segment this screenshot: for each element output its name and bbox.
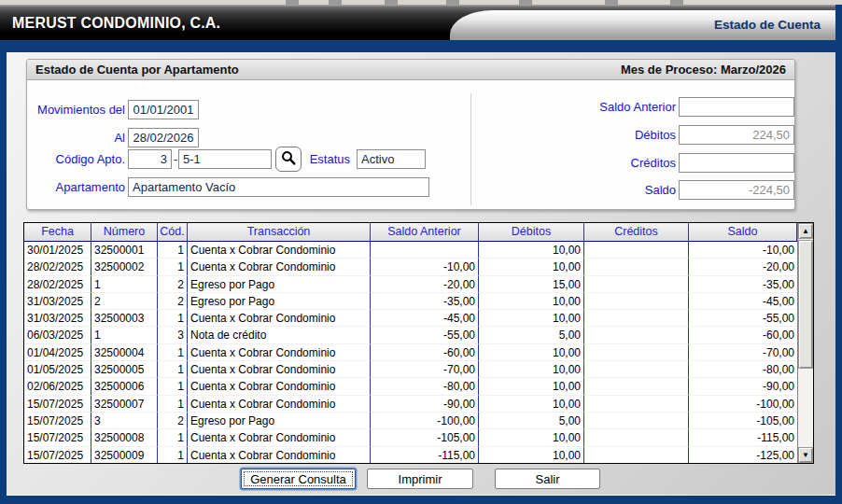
table-cell [584,447,689,463]
app-title: MERUST CONDOMINIO, C.A. [12,5,220,40]
table-cell: 1 [91,276,158,293]
content-area: Estado de Cuenta por Apartamento Mes de … [7,52,835,496]
table-cell: Nota de crédito [188,327,371,343]
table-cell [584,396,689,413]
salir-button[interactable]: Salir [495,469,600,489]
table-row[interactable]: 01/05/2025325000051Cuenta x Cobrar Condo… [24,361,797,378]
table-cell: 10,00 [479,447,584,463]
process-month-label: Mes de Proceso: Marzo/2026 [621,60,786,80]
movimientos-del-label: Movimientos del [27,100,125,119]
table-cell: -115,00 [371,447,479,463]
table-cell: Egreso por Pago [188,276,371,293]
estatus-label: Estatus [285,149,350,169]
table-cell: 32500001 [91,242,158,259]
table-row[interactable]: 01/04/2025325000041Cuenta x Cobrar Condo… [24,344,797,361]
scrollbar-thumb[interactable] [798,240,813,369]
table-cell: -105,00 [689,413,797,429]
saldo-anterior-label: Saldo Anterior [550,97,676,117]
table-row[interactable]: 31/03/202522Egreso por Pago-35,0010,00-4… [24,293,797,310]
table-cell: 32500008 [91,429,158,446]
table-cell: -100,00 [689,396,797,413]
table-cell: -115,00 [689,429,797,446]
table-row[interactable]: 15/07/202532Egreso por Pago-100,005,00-1… [24,413,797,429]
table-row[interactable]: 28/02/2025325000021Cuenta x Cobrar Condo… [24,259,797,275]
transactions-table: FechaNúmeroCód.TransacciónSaldo Anterior… [23,222,814,464]
codigo-apto-code-input[interactable] [178,149,272,169]
table-row[interactable]: 30/01/2025325000011Cuenta x Cobrar Condo… [24,242,797,259]
table-cell: 2 [158,293,188,310]
table-cell: 10,00 [479,378,584,395]
table-cell: 10,00 [479,242,584,259]
column-header: Débitos [479,223,584,241]
table-row[interactable]: 31/03/2025325000031Cuenta x Cobrar Condo… [24,310,797,327]
table-cell: -55,00 [689,310,797,327]
table-body: 30/01/2025325000011Cuenta x Cobrar Condo… [24,242,797,463]
table-cell: 31/03/2025 [24,310,91,327]
apartamento-input[interactable] [128,177,429,197]
table-row[interactable]: 06/03/202513Nota de crédito-55,005,00-60… [24,327,797,343]
table-cell: Cuenta x Cobrar Condominio [188,361,371,378]
table-cell: 30/01/2025 [24,242,91,259]
table-cell [584,327,689,343]
imprimir-button[interactable]: Imprimir [367,469,473,489]
saldo-anterior-input[interactable] [679,97,794,117]
codigo-apto-label: Código Apto. [27,149,125,169]
table-cell: -90,00 [371,396,479,413]
table-cell: -90,00 [689,378,797,395]
saldo-input[interactable] [679,180,794,200]
creditos-input[interactable] [679,153,794,173]
groupbox-header: Estado de Cuenta por Apartamento Mes de … [27,60,794,80]
table-cell [584,378,689,395]
table-cell [584,361,689,378]
table-cell: Cuenta x Cobrar Condominio [188,447,371,463]
scrollbar-up-button[interactable]: ▲ [798,223,813,239]
table-cell: -70,00 [371,361,479,378]
table-cell: 32500004 [91,344,158,361]
table-cell: -80,00 [689,361,797,378]
debitos-input[interactable] [679,125,794,145]
table-cell: 1 [158,310,188,327]
table-cell: 15/07/2025 [24,429,91,446]
table-cell: 1 [158,447,188,463]
table-cell: -100,00 [371,413,479,429]
table-cell: 15/07/2025 [24,396,91,413]
app-window: MERUST CONDOMINIO, C.A. Estado de Cuenta… [0,0,842,504]
table-cell: 32500009 [91,447,158,463]
column-header: Cód. [158,223,188,241]
table-row[interactable]: 15/07/2025325000081Cuenta x Cobrar Condo… [24,429,797,446]
table-cell: -60,00 [371,344,479,361]
debitos-label: Débitos [550,125,676,145]
table-cell: 01/04/2025 [24,344,91,361]
creditos-label: Créditos [550,153,676,173]
estatus-input[interactable] [357,149,426,169]
table-cell: 10,00 [479,344,584,361]
table-cell: 1 [158,259,188,275]
table-cell: 32500002 [91,259,158,275]
table-cell: 10,00 [479,259,584,275]
table-row[interactable]: 15/07/2025325000071Cuenta x Cobrar Condo… [24,396,797,413]
codigo-apto-num-input[interactable] [128,149,172,169]
table-cell: 2 [91,293,158,310]
vertical-scrollbar[interactable]: ▲ ▼ [797,223,813,463]
table-row[interactable]: 15/07/2025325000091Cuenta x Cobrar Condo… [24,447,797,463]
table-cell: Cuenta x Cobrar Condominio [188,378,371,395]
table-cell: 32500005 [91,361,158,378]
estado-cuenta-groupbox: Estado de Cuenta por Apartamento Mes de … [26,59,795,210]
al-input[interactable] [128,128,199,147]
table-cell: -105,00 [371,429,479,446]
scrollbar-down-button[interactable]: ▼ [798,447,813,463]
generar-consulta-button[interactable]: Generar Consulta [241,469,356,489]
table-cell [584,242,689,259]
table-cell: -20,00 [689,259,797,275]
table-row[interactable]: 28/02/202512Egreso por Pago-20,0015,00-3… [24,276,797,293]
table-cell: 1 [158,242,188,259]
table-cell: Cuenta x Cobrar Condominio [188,242,371,259]
table-cell: 02/06/2025 [24,378,91,395]
table-cell: -45,00 [689,293,797,310]
table-cell: 06/03/2025 [24,327,91,343]
table-cell: 28/02/2025 [24,259,91,275]
table-row[interactable]: 02/06/2025325000061Cuenta x Cobrar Condo… [24,378,797,395]
movimientos-del-input[interactable] [128,100,199,119]
table-cell: Cuenta x Cobrar Condominio [188,259,371,275]
table-cell: 10,00 [479,361,584,378]
